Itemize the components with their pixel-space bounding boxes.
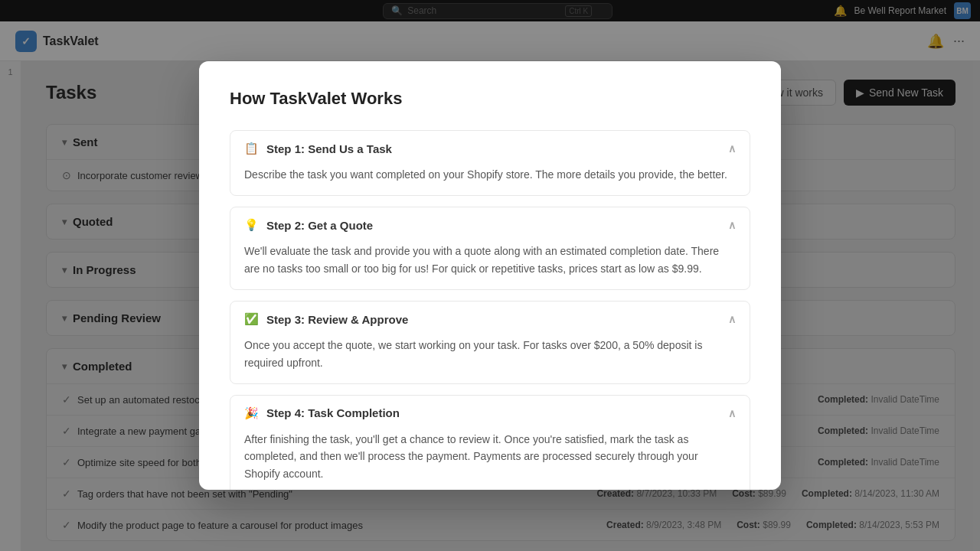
step-4-left: 🎉 Step 4: Task Completion xyxy=(244,406,400,420)
step-1-body: Describe the task you want completed on … xyxy=(230,166,750,195)
step-3-icon: ✅ xyxy=(244,312,259,326)
step-4-label: Step 4: Task Completion xyxy=(266,406,400,419)
step-4-header[interactable]: 🎉 Step 4: Task Completion ∧ xyxy=(230,396,750,431)
step-4-chevron: ∧ xyxy=(728,407,736,419)
step-3-block: ✅ Step 3: Review & Approve ∧ Once you ac… xyxy=(230,301,750,384)
step-1-header[interactable]: 📋 Step 1: Send Us a Task ∧ xyxy=(230,131,750,166)
step-1-label: Step 1: Send Us a Task xyxy=(266,142,392,155)
step-1-block: 📋 Step 1: Send Us a Task ∧ Describe the … xyxy=(230,130,750,196)
step-3-left: ✅ Step 3: Review & Approve xyxy=(244,312,408,326)
step-1-left: 📋 Step 1: Send Us a Task xyxy=(244,142,392,155)
step-2-left: 💡 Step 2: Get a Quote xyxy=(244,218,373,232)
step-3-label: Step 3: Review & Approve xyxy=(266,313,408,326)
step-2-chevron: ∧ xyxy=(728,219,736,231)
step-3-chevron: ∧ xyxy=(728,313,736,325)
step-2-label: Step 2: Get a Quote xyxy=(266,219,373,232)
step-2-block: 💡 Step 2: Get a Quote ∧ We'll evaluate t… xyxy=(230,207,750,290)
step-2-body: We'll evaluate the task and provide you … xyxy=(230,243,750,289)
step-2-icon: 💡 xyxy=(244,218,259,232)
step-1-chevron: ∧ xyxy=(728,142,736,155)
step-2-header[interactable]: 💡 Step 2: Get a Quote ∧ xyxy=(230,207,750,243)
step-3-header[interactable]: ✅ Step 3: Review & Approve ∧ xyxy=(230,302,750,337)
step-4-icon: 🎉 xyxy=(244,406,259,420)
step-1-icon: 📋 xyxy=(244,142,259,155)
step-4-body: After finishing the task, you'll get a c… xyxy=(230,431,750,490)
step-4-block: 🎉 Step 4: Task Completion ∧ After finish… xyxy=(230,395,750,490)
modal: How TaskValet Works 📋 Step 1: Send Us a … xyxy=(199,61,781,490)
modal-title: How TaskValet Works xyxy=(230,89,750,109)
step-3-body: Once you accept the quote, we start work… xyxy=(230,337,750,383)
modal-overlay[interactable]: How TaskValet Works 📋 Step 1: Send Us a … xyxy=(0,0,980,551)
